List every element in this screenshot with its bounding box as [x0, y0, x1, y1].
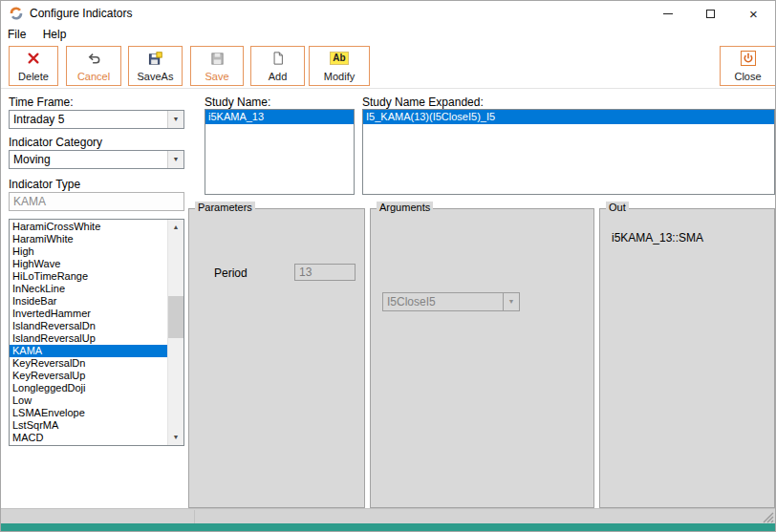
new-document-icon — [270, 51, 286, 66]
window-title: Configure Indicators — [30, 1, 132, 26]
add-button[interactable]: Add — [250, 46, 305, 86]
out-group: Out i5KAMA_13::SMA — [599, 208, 775, 508]
close-window-button[interactable]: × — [732, 1, 775, 26]
status-divider — [194, 510, 195, 523]
indicator-list-item[interactable]: IslandReversalDn — [10, 320, 167, 332]
close-button-label: Close — [734, 71, 761, 82]
time-frame-value: Intraday 5 — [13, 113, 64, 126]
close-button[interactable]: Close — [720, 46, 776, 86]
period-label: Period — [214, 266, 248, 280]
modify-button[interactable]: Ab Modify — [309, 46, 370, 86]
scroll-up-icon[interactable]: ▲ — [168, 220, 183, 235]
time-frame-dropdown[interactable]: Intraday 5 ▼ — [9, 110, 184, 129]
chevron-down-icon[interactable]: ▼ — [167, 111, 183, 128]
add-button-label: Add — [269, 71, 288, 82]
minimize-icon — [663, 13, 673, 14]
indicator-list-item[interactable]: HiLoTimeRange — [10, 270, 167, 283]
indicator-list-item[interactable]: HaramiCrossWhite — [10, 221, 167, 233]
delete-x-icon — [26, 51, 41, 66]
arguments-group: Arguments I5CloseI5 ▼ — [370, 208, 594, 508]
indicator-list-item[interactable]: KAMA — [10, 345, 167, 357]
save-as-button[interactable]: SaveAs — [128, 46, 183, 86]
app-logo-icon — [9, 6, 24, 21]
period-field — [294, 264, 356, 281]
bottom-accent-strip — [1, 523, 775, 532]
toolbar: Delete Cancel SaveAs — [1, 45, 775, 89]
maximize-icon — [706, 10, 715, 18]
indicator-category-label: Indicator Category — [9, 136, 102, 149]
indicator-type-field — [9, 192, 184, 211]
menu-help[interactable]: Help — [36, 26, 74, 43]
status-bar — [1, 508, 775, 523]
save-disk-icon — [209, 51, 225, 66]
parameters-group-title: Parameters — [195, 202, 255, 213]
save-as-icon — [148, 51, 163, 66]
indicator-list-item[interactable]: LstSqrMA — [10, 419, 167, 432]
indicator-list-item[interactable]: High — [10, 245, 167, 258]
study-name-list[interactable]: i5KAMA_13 — [205, 109, 355, 195]
indicator-list-item[interactable]: InsideBar — [10, 295, 167, 308]
indicator-list-item[interactable]: MACD — [10, 432, 167, 444]
menubar: File Help — [1, 26, 775, 45]
indicator-list-item[interactable]: KeyReversalUp — [10, 370, 167, 382]
study-name-row[interactable]: i5KAMA_13 — [205, 110, 354, 124]
indicator-listbox-items: HaramiCrossWhiteHaramiWhiteHighHighWaveH… — [10, 221, 167, 445]
indicator-list-item[interactable]: KeyReversalDn — [10, 357, 167, 370]
out-group-title: Out — [606, 202, 629, 213]
parameters-group: Parameters Period — [188, 208, 365, 508]
window-controls: × — [646, 1, 775, 26]
indicator-category-value: Moving — [13, 153, 51, 166]
indicator-list-item[interactable]: HighWave — [10, 258, 167, 270]
out-value: i5KAMA_13::SMA — [612, 231, 703, 245]
cancel-button: Cancel — [66, 46, 121, 86]
chevron-down-icon: ▼ — [503, 293, 519, 310]
arguments-dropdown: I5CloseI5 ▼ — [382, 292, 520, 311]
cancel-button-label: Cancel — [77, 71, 110, 82]
configure-indicators-window: Configure Indicators × File Help Delete … — [0, 0, 776, 532]
indicator-list-item[interactable]: LongleggedDoji — [10, 382, 167, 394]
arguments-group-title: Arguments — [377, 202, 433, 213]
delete-button[interactable]: Delete — [9, 46, 58, 86]
indicator-type-label: Indicator Type — [9, 178, 80, 191]
scrollbar-thumb[interactable] — [168, 296, 183, 338]
study-name-expanded-row[interactable]: I5_KAMA(13)(I5CloseI5)_I5 — [363, 110, 774, 124]
modify-button-label: Modify — [324, 71, 355, 82]
indicator-list-item[interactable]: IslandReversalUp — [10, 332, 167, 345]
scroll-down-icon[interactable]: ▼ — [168, 430, 183, 445]
indicator-list-scrollbar[interactable]: ▲ ▼ — [167, 220, 183, 445]
indicator-category-dropdown[interactable]: Moving ▼ — [9, 150, 184, 169]
indicator-list-item[interactable]: InvertedHammer — [10, 308, 167, 320]
indicator-list-item[interactable]: HaramiWhite — [10, 233, 167, 245]
indicator-list-item[interactable]: LSMAEnvelope — [10, 407, 167, 419]
minimize-button[interactable] — [646, 1, 689, 26]
menu-file[interactable]: File — [1, 26, 32, 43]
indicator-list-item[interactable]: Low — [10, 394, 167, 407]
save-button: Save — [190, 46, 244, 86]
chevron-down-icon[interactable]: ▼ — [167, 151, 183, 168]
study-name-expanded-label: Study Name Expanded: — [362, 96, 484, 109]
close-icon: × — [749, 7, 758, 21]
arguments-value: I5CloseI5 — [387, 295, 436, 309]
indicator-list-item[interactable]: InNeckLine — [10, 283, 167, 295]
delete-button-label: Delete — [18, 71, 49, 82]
time-frame-label: Time Frame: — [9, 96, 74, 109]
study-name-expanded-list[interactable]: I5_KAMA(13)(I5CloseI5)_I5 — [362, 109, 775, 195]
study-name-label: Study Name: — [205, 96, 270, 109]
resize-grip-icon[interactable] — [762, 510, 774, 522]
modify-ab-icon: Ab — [332, 51, 347, 66]
save-button-label: Save — [205, 71, 228, 82]
maximize-button[interactable] — [689, 1, 732, 26]
indicator-listbox[interactable]: HaramiCrossWhiteHaramiWhiteHighHighWaveH… — [9, 219, 184, 446]
power-icon — [741, 51, 756, 66]
save-as-button-label: SaveAs — [138, 71, 174, 82]
titlebar: Configure Indicators × — [1, 1, 775, 26]
undo-arrow-icon — [86, 51, 101, 66]
